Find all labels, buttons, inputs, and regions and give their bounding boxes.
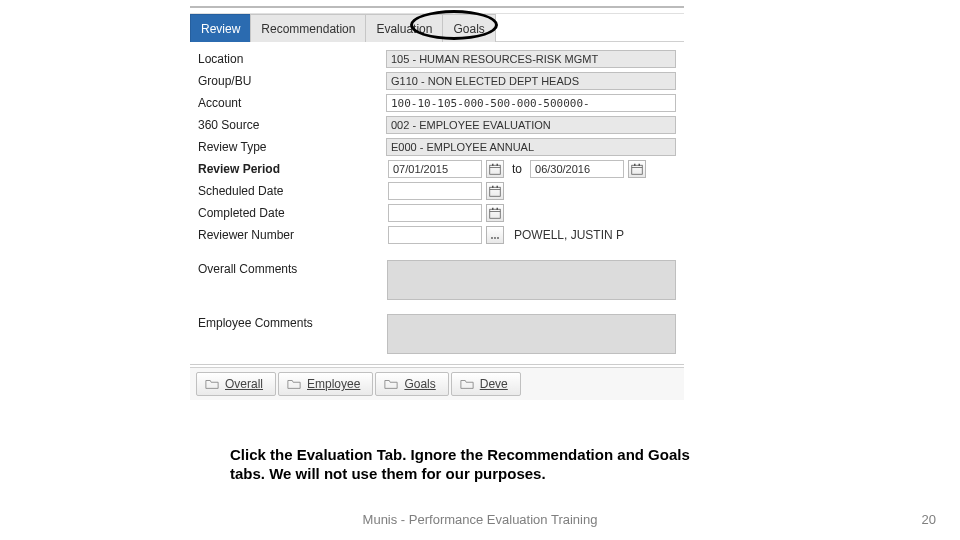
- review-period-to[interactable]: 06/30/2016: [530, 160, 624, 178]
- scheduled-date-field[interactable]: [388, 182, 482, 200]
- svg-rect-2: [492, 164, 494, 166]
- instruction-text: Click the Evaluation Tab. Ignore the Rec…: [230, 446, 720, 484]
- label-group-bu: Group/BU: [198, 74, 386, 88]
- svg-rect-12: [490, 209, 501, 218]
- label-overall-comments: Overall Comments: [198, 260, 387, 276]
- page-number: 20: [922, 512, 936, 527]
- svg-rect-8: [490, 187, 501, 196]
- folder-icon: [384, 377, 398, 391]
- subtab-label: Goals: [404, 377, 435, 391]
- label-reviewer-number: Reviewer Number: [198, 228, 388, 242]
- svg-rect-3: [497, 164, 499, 166]
- location-field[interactable]: 105 - HUMAN RESOURCES-RISK MGMT: [386, 50, 676, 68]
- label-location: Location: [198, 52, 386, 66]
- subtab-bar: Overall Employee Goals Deve: [190, 367, 684, 400]
- label-review-period: Review Period: [198, 162, 388, 176]
- folder-icon: [460, 377, 474, 391]
- svg-rect-6: [634, 164, 636, 166]
- subtab-label: Deve: [480, 377, 508, 391]
- account-field[interactable]: 100-10-105-000-500-000-500000-: [386, 94, 676, 112]
- svg-point-16: [491, 237, 493, 239]
- svg-rect-11: [497, 186, 499, 188]
- svg-rect-4: [632, 165, 643, 174]
- folder-icon: [205, 377, 219, 391]
- tab-goals[interactable]: Goals: [442, 14, 495, 42]
- overall-comments-field[interactable]: [387, 260, 676, 300]
- subtab-label: Overall: [225, 377, 263, 391]
- svg-rect-7: [639, 164, 641, 166]
- svg-point-17: [494, 237, 496, 239]
- calendar-icon[interactable]: [486, 160, 504, 178]
- reviewer-number-field[interactable]: [388, 226, 482, 244]
- tab-evaluation[interactable]: Evaluation: [365, 14, 443, 42]
- label-review-type: Review Type: [198, 140, 386, 154]
- completed-date-field[interactable]: [388, 204, 482, 222]
- app-window: Review Recommendation Evaluation Goals L…: [190, 6, 684, 400]
- review-type-field[interactable]: E000 - EMPLOYEE ANNUAL: [386, 138, 676, 156]
- subtab-goals[interactable]: Goals: [375, 372, 448, 396]
- svg-rect-0: [490, 165, 501, 174]
- folder-icon: [287, 377, 301, 391]
- tab-recommendation[interactable]: Recommendation: [250, 14, 366, 42]
- employee-comments-field[interactable]: [387, 314, 676, 354]
- review-period-from[interactable]: 07/01/2015: [388, 160, 482, 178]
- label-360-source: 360 Source: [198, 118, 386, 132]
- tabs: Review Recommendation Evaluation Goals: [190, 14, 684, 42]
- divider: [190, 364, 684, 365]
- label-account: Account: [198, 96, 386, 110]
- label-employee-comments: Employee Comments: [198, 314, 387, 330]
- reviewer-name: POWELL, JUSTIN P: [508, 228, 624, 242]
- to-label: to: [508, 162, 526, 176]
- calendar-icon[interactable]: [628, 160, 646, 178]
- svg-rect-10: [492, 186, 494, 188]
- footer-title: Munis - Performance Evaluation Training: [0, 512, 960, 527]
- svg-rect-14: [492, 208, 494, 210]
- calendar-icon[interactable]: [486, 204, 504, 222]
- svg-point-18: [497, 237, 499, 239]
- svg-rect-15: [497, 208, 499, 210]
- subtab-employee[interactable]: Employee: [278, 372, 373, 396]
- form-panel: Location 105 - HUMAN RESOURCES-RISK MGMT…: [190, 42, 684, 367]
- group-bu-field[interactable]: G110 - NON ELECTED DEPT HEADS: [386, 72, 676, 90]
- label-completed-date: Completed Date: [198, 206, 388, 220]
- subtab-deve[interactable]: Deve: [451, 372, 521, 396]
- source-360-field[interactable]: 002 - EMPLOYEE EVALUATION: [386, 116, 676, 134]
- subtab-label: Employee: [307, 377, 360, 391]
- lookup-icon[interactable]: [486, 226, 504, 244]
- subtab-overall[interactable]: Overall: [196, 372, 276, 396]
- calendar-icon[interactable]: [486, 182, 504, 200]
- label-scheduled-date: Scheduled Date: [198, 184, 388, 198]
- tab-review[interactable]: Review: [190, 14, 251, 42]
